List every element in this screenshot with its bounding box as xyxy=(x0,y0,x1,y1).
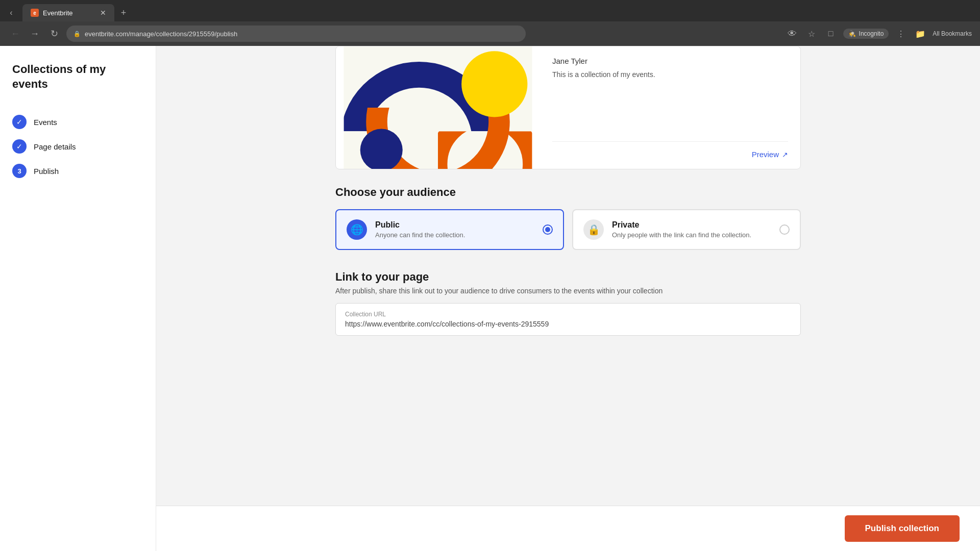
private-icon: 🔒 xyxy=(583,219,604,240)
main-content: Jane Tyler This is a collection of my ev… xyxy=(156,46,980,551)
page-layout: Collections of my events ✓ Events ✓ Page… xyxy=(0,46,980,551)
url-text: eventbrite.com/manage/collections/291555… xyxy=(85,30,237,38)
active-tab[interactable]: e Eventbrite ✕ xyxy=(22,4,114,21)
public-radio[interactable] xyxy=(543,224,553,235)
sidebar-title: Collections of my events xyxy=(12,62,143,91)
incognito-badge: 🕵 Incognito xyxy=(843,29,889,39)
publish-number-icon: 3 xyxy=(12,164,27,178)
content-inner: Jane Tyler This is a collection of my ev… xyxy=(323,46,813,377)
nav-actions: 👁 ☆ □ 🕵 Incognito ⋮ 📁 All Bookmarks xyxy=(785,27,972,41)
public-name: Public xyxy=(375,220,534,230)
star-icon[interactable]: ☆ xyxy=(804,27,819,41)
publish-collection-button[interactable]: Publish collection xyxy=(845,515,960,542)
preview-info: Jane Tyler This is a collection of my ev… xyxy=(540,46,800,169)
private-desc: Only people with the link can find the c… xyxy=(612,231,771,239)
eye-slash-icon: 👁 xyxy=(785,27,799,41)
forward-button[interactable]: → xyxy=(28,27,42,41)
bookmarks-label: All Bookmarks xyxy=(933,30,972,37)
link-section: Link to your page After publish, share t… xyxy=(335,270,801,336)
preview-link[interactable]: Preview ↗ xyxy=(552,150,788,159)
public-desc: Anyone can find the collection. xyxy=(375,231,534,239)
link-section-title: Link to your page xyxy=(335,270,801,284)
sidebar-item-publish[interactable]: 3 Publish xyxy=(12,159,143,183)
public-icon: 🌐 xyxy=(347,219,367,240)
audience-private-card[interactable]: 🔒 Private Only people with the link can … xyxy=(572,209,801,250)
tab-title: Eventbrite xyxy=(43,9,73,17)
incognito-label: Incognito xyxy=(859,30,884,37)
audience-options: 🌐 Public Anyone can find the collection.… xyxy=(335,209,801,250)
sidebar-item-events[interactable]: ✓ Events xyxy=(12,110,143,134)
sidebar: Collections of my events ✓ Events ✓ Page… xyxy=(0,46,156,551)
sidebar-item-page-details[interactable]: ✓ Page details xyxy=(12,134,143,159)
sidebar-publish-label: Publish xyxy=(34,167,59,176)
incognito-icon: 🕵 xyxy=(848,30,856,37)
audience-private-text: Private Only people with the link can fi… xyxy=(612,220,771,239)
sidebar-page-details-label: Page details xyxy=(34,142,76,151)
new-tab-button[interactable]: + xyxy=(116,6,131,20)
external-link-icon: ↗ xyxy=(782,151,788,159)
private-radio[interactable] xyxy=(779,224,790,235)
refresh-button[interactable]: ↻ xyxy=(47,27,61,41)
browser-tabs: ‹ e Eventbrite ✕ + xyxy=(0,0,980,21)
tab-close-button[interactable]: ✕ xyxy=(100,9,106,17)
preview-author: Jane Tyler xyxy=(552,57,788,65)
bookmarks-button[interactable]: 📁 xyxy=(913,27,927,41)
browser-chrome: ‹ e Eventbrite ✕ + ← → ↻ 🔒 eventbrite.co… xyxy=(0,0,980,46)
menu-button[interactable]: ⋮ xyxy=(894,27,908,41)
private-name: Private xyxy=(612,220,771,230)
lock-icon: 🔒 xyxy=(74,31,81,37)
window-icon[interactable]: □ xyxy=(824,27,838,41)
browser-nav-bar: ← → ↻ 🔒 eventbrite.com/manage/collection… xyxy=(0,21,980,46)
collection-artwork xyxy=(336,46,540,169)
url-field: Collection URL https://www.eventbrite.co… xyxy=(335,303,801,336)
publish-bar: Publish collection xyxy=(156,506,980,551)
preview-card: Jane Tyler This is a collection of my ev… xyxy=(335,46,801,169)
svg-point-3 xyxy=(461,51,527,117)
link-section-desc: After publish, share this link out to yo… xyxy=(335,287,801,295)
events-check-icon: ✓ xyxy=(12,115,27,129)
browser-nav-back[interactable]: ‹ xyxy=(4,6,18,20)
back-button[interactable]: ← xyxy=(8,27,22,41)
preview-label: Preview xyxy=(752,150,779,159)
audience-section: Choose your audience 🌐 Public Anyone can… xyxy=(335,186,801,250)
url-label: Collection URL xyxy=(345,311,791,318)
sidebar-events-label: Events xyxy=(34,118,57,127)
url-value: https://www.eventbrite.com/cc/collection… xyxy=(345,320,791,328)
audience-public-card[interactable]: 🌐 Public Anyone can find the collection. xyxy=(335,209,564,250)
address-bar[interactable]: 🔒 eventbrite.com/manage/collections/2915… xyxy=(66,26,526,42)
preview-description: This is a collection of my events. xyxy=(552,70,788,79)
page-details-check-icon: ✓ xyxy=(12,139,27,154)
audience-public-text: Public Anyone can find the collection. xyxy=(375,220,534,239)
tab-favicon: e xyxy=(31,9,39,17)
preview-image xyxy=(336,46,540,169)
audience-section-title: Choose your audience xyxy=(335,186,801,199)
